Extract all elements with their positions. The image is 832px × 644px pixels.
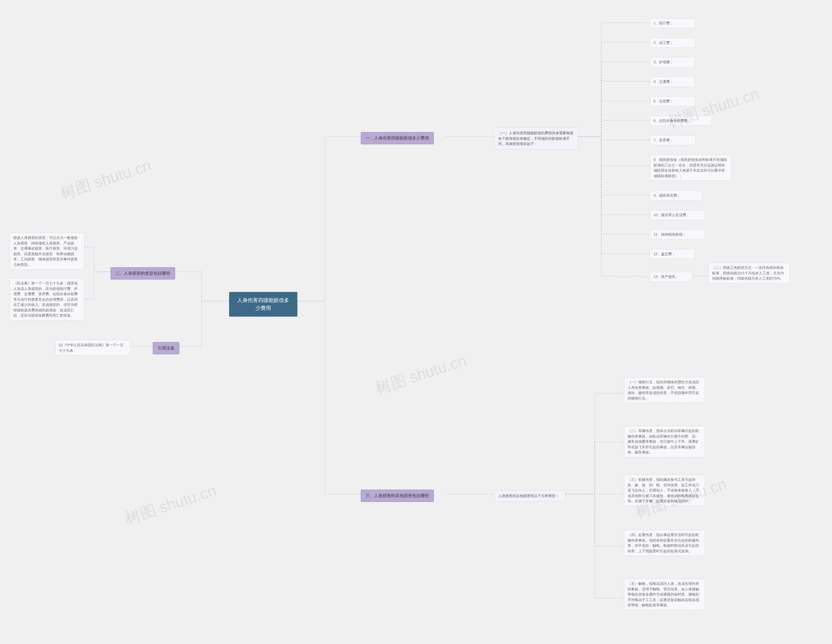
b1-leaf-4[interactable]: 4、交通费； xyxy=(650,77,696,87)
b1-leaf-13-note[interactable]: （二）四级工伤赔偿方式：一次性伤残补助金标准，四级伤残为21个月的本人工资；月支… xyxy=(709,263,790,284)
root-node[interactable]: 人身伤害四级能赔偿多少费用 xyxy=(229,292,298,317)
branch-4-label: 引用法条 xyxy=(158,346,174,351)
branch-1-sub-text: （一）人身伤害四级能赔偿的费用具体需要根据各个赔偿项目来确定，不同地区的赔偿标准… xyxy=(498,131,573,146)
branch-2[interactable]: 二、人身损害的类型包括哪些 xyxy=(110,267,175,280)
branch-1-sub[interactable]: （一）人身伤害四级能赔偿的费用具体需要根据各个赔偿项目来确定，不同地区的赔偿标准… xyxy=(494,127,579,149)
b2-leaf-2[interactable]: 《民法典》第一千一百七十九条：侵害他人造成人身损害的，应当赔偿医疗费、护理费、交… xyxy=(10,278,85,320)
branch-1-label: 一、人身伤害四级能赔偿多少费用 xyxy=(366,136,429,141)
b1-leaf-10[interactable]: 10、被扶养人生活费； xyxy=(650,210,705,220)
b4-leaf[interactable]: [1]《中华人民共和国民法典》第一千一百七十九条 xyxy=(55,340,130,355)
b1-leaf-1[interactable]: 1、医疗费； xyxy=(650,18,696,28)
b1-leaf-9[interactable]: 9、残疾用具费； xyxy=(650,191,702,200)
b3-leaf-2[interactable]: （二）车辆伤害，指本企业机动车辆引起的机械伤害事故。如机动车辆在行驶中的挤、压、… xyxy=(624,426,705,457)
b1-leaf-7[interactable]: 7、营养费； xyxy=(650,135,696,145)
b3-leaf-3[interactable]: （三）机械伤害，指机械设备与工具引起的绞、辗、碰、割、戳、切等伤害。如工件或刀具… xyxy=(624,475,705,506)
b3-leaf-4[interactable]: （四）起重伤害，指从事起重作业时引起的机械伤害事故。包括各种起重作业引起的机械伤… xyxy=(624,530,705,556)
b2-leaf-1[interactable]: 根据人身损害的原因，可以分为一般侵权人身损害、特殊侵权人身损害、产品损害、交通事… xyxy=(10,233,85,269)
b1-leaf-8[interactable]: 8、残疾赔偿金（残疾赔偿金农村标准只有城镇标准的三分之一左右，但是有充分证据证明… xyxy=(650,155,731,181)
b1-leaf-3[interactable]: 3、护理费； xyxy=(650,57,696,67)
b1-leaf-5[interactable]: 5、住宿费； xyxy=(650,96,696,106)
branch-3-sub-text: 人身损害的其他损害有以下五种类型： xyxy=(498,494,559,498)
b3-leaf-1[interactable]: （一）物体打击，指失控物体的惯性力造成的人身伤害事故。如落物、滚石、锤击、碎裂、… xyxy=(624,377,705,403)
branch-4[interactable]: 引用法条 xyxy=(153,342,179,354)
branch-1[interactable]: 一、人身伤害四级能赔偿多少费用 xyxy=(361,132,434,144)
b1-leaf-12[interactable]: 12、鉴定费； xyxy=(650,249,696,259)
b1-leaf-11[interactable]: 11、精神损害赔偿； xyxy=(650,229,705,240)
branch-3-label: 三、人身损害的其他损害包括哪些 xyxy=(366,493,429,498)
watermark: 树图 shutu.cn xyxy=(58,155,154,204)
b1-leaf-2[interactable]: 2、误工费； xyxy=(650,38,696,48)
branch-3-sub[interactable]: 人身损害的其他损害有以下五种类型： xyxy=(494,490,565,501)
watermark: 树图 shutu.cn xyxy=(123,480,219,529)
b1-leaf-6[interactable]: 6、住院伙食补助费数； xyxy=(650,116,712,126)
connector-lines xyxy=(0,0,832,644)
b1-leaf-13[interactable]: 13、财产损失。 xyxy=(650,272,692,282)
root-title: 人身伤害四级能赔偿多少费用 xyxy=(237,298,289,311)
watermark: 树图 shutu.cn xyxy=(373,350,469,399)
branch-2-label: 二、人身损害的类型包括哪些 xyxy=(115,271,170,276)
branch-3[interactable]: 三、人身损害的其他损害包括哪些 xyxy=(361,490,434,502)
b3-leaf-5[interactable]: （五）触电，指电流流经人体，造成生理伤害的事故。适用于触电、雷击伤害。如人体接触… xyxy=(624,579,705,610)
